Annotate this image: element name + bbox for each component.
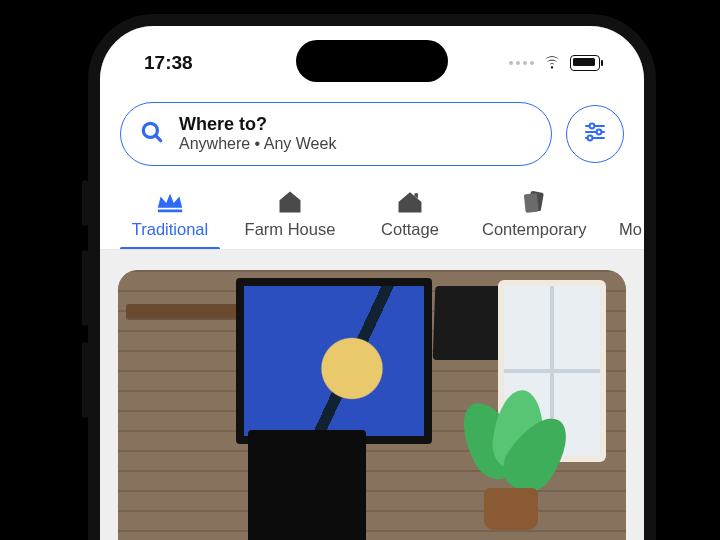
tab-label: Contemporary — [482, 220, 587, 239]
tab-more-truncated[interactable]: Mo — [599, 184, 644, 249]
wifi-icon — [542, 52, 562, 74]
listing-card[interactable] — [118, 270, 626, 540]
category-tabs: Traditional Farm House Cottage — [100, 184, 644, 250]
tab-label: Cottage — [381, 220, 439, 239]
screen: 17:38 Where to? Anywhere • An — [100, 26, 644, 540]
status-time: 17:38 — [144, 52, 193, 74]
filter-button[interactable] — [566, 105, 624, 163]
svg-point-7 — [588, 136, 593, 141]
tab-label: Traditional — [132, 220, 208, 239]
tab-cottage[interactable]: Cottage — [350, 184, 470, 249]
placeholder-icon — [616, 188, 644, 216]
barn-icon — [275, 188, 305, 216]
search-bar[interactable]: Where to? Anywhere • Any Week — [120, 102, 552, 166]
status-bar: 17:38 — [100, 48, 644, 78]
listings-scroll[interactable] — [100, 250, 644, 540]
sliders-icon — [583, 120, 607, 148]
svg-point-3 — [590, 124, 595, 129]
svg-point-5 — [597, 130, 602, 135]
search-subtitle: Anywhere • Any Week — [179, 135, 336, 153]
cards-icon — [519, 188, 549, 216]
tab-contemporary[interactable]: Contemporary — [470, 184, 599, 249]
search-text: Where to? Anywhere • Any Week — [179, 114, 336, 153]
tab-label: Farm House — [245, 220, 336, 239]
crown-icon — [155, 188, 185, 216]
device-frame-stage: 17:38 Where to? Anywhere • An — [0, 0, 720, 540]
tab-traditional[interactable]: Traditional — [110, 184, 230, 249]
search-title: Where to? — [179, 114, 336, 135]
listing-photo — [118, 270, 626, 540]
cottage-icon — [395, 188, 425, 216]
battery-icon — [570, 55, 600, 71]
cellular-dots-icon — [509, 61, 534, 65]
svg-line-1 — [155, 135, 160, 140]
search-icon — [139, 119, 165, 149]
status-right — [509, 52, 600, 74]
tab-label: Mo — [619, 220, 642, 239]
tab-farmhouse[interactable]: Farm House — [230, 184, 350, 249]
phone-frame: 17:38 Where to? Anywhere • An — [88, 14, 656, 540]
svg-rect-9 — [524, 193, 539, 213]
